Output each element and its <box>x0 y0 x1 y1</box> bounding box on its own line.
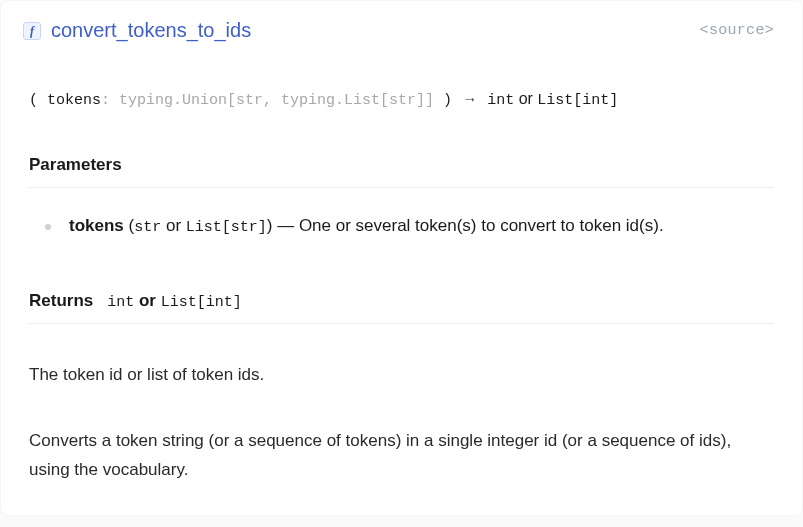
returns-type-or: or <box>134 291 160 310</box>
param-type-a: str <box>134 219 161 236</box>
signature-close: ) <box>434 92 452 109</box>
returns-type: int or List[int] <box>107 291 241 311</box>
parameters-heading: Parameters <box>1 129 802 185</box>
method-name-link[interactable]: convert_tokens_to_ids <box>51 19 251 42</box>
signature-colon: : <box>101 92 119 109</box>
returns-row: Returns int or List[int] <box>1 251 802 321</box>
returns-label: Returns <box>29 291 93 311</box>
param-name: tokens <box>69 216 124 235</box>
parameters-list: tokens (str or List[str]) — One or sever… <box>1 188 802 251</box>
returns-description: The token id or list of token ids. <box>1 324 802 390</box>
function-icon: f <box>23 22 41 40</box>
param-dash: ) — <box>267 216 299 235</box>
signature-return-b: List[int] <box>537 92 618 109</box>
signature-arrow-icon: → <box>461 92 478 109</box>
signature-type-hint: typing.Union[str, typing.List[str]] <box>119 92 434 109</box>
method-description: Converts a token string (or a sequence o… <box>1 390 802 486</box>
method-title-group: f convert_tokens_to_ids <box>23 19 251 42</box>
method-header: f convert_tokens_to_ids <source> <box>1 9 802 50</box>
source-link[interactable]: <source> <box>700 22 774 39</box>
param-type-b: List[str] <box>186 219 267 236</box>
signature-param-name: tokens <box>47 92 101 109</box>
returns-type-b: List[int] <box>161 294 242 311</box>
signature-return-a: int <box>487 92 514 109</box>
signature-return-or: or <box>514 90 537 107</box>
signature-open: ( <box>29 92 47 109</box>
parameter-item: tokens (str or List[str]) — One or sever… <box>41 212 774 241</box>
method-signature: ( tokens: typing.Union[str, typing.List[… <box>1 50 802 129</box>
api-doc-card: f convert_tokens_to_ids <source> ( token… <box>1 1 802 515</box>
param-desc: One or several token(s) to convert to to… <box>299 216 664 235</box>
param-type-or: or <box>161 216 186 235</box>
returns-type-a: int <box>107 294 134 311</box>
